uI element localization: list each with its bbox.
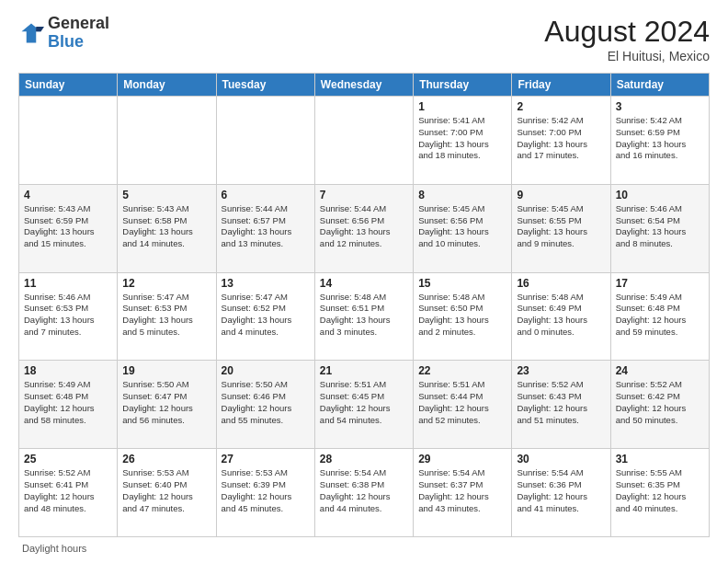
title-block: August 2024 El Huitusi, Mexico — [544, 15, 710, 63]
calendar-cell: 17Sunrise: 5:49 AM Sunset: 6:48 PM Dayli… — [610, 272, 709, 361]
calendar-week-row: 18Sunrise: 5:49 AM Sunset: 6:48 PM Dayli… — [19, 361, 710, 449]
day-number: 18 — [24, 364, 112, 377]
day-of-week-header: Friday — [512, 74, 610, 97]
calendar-week-row: 1Sunrise: 5:41 AM Sunset: 7:00 PM Daylig… — [19, 97, 710, 185]
day-info: Sunrise: 5:51 AM Sunset: 6:44 PM Dayligh… — [418, 379, 506, 426]
calendar-cell: 15Sunrise: 5:48 AM Sunset: 6:50 PM Dayli… — [414, 272, 512, 361]
calendar-cell: 12Sunrise: 5:47 AM Sunset: 6:53 PM Dayli… — [118, 272, 216, 361]
svg-marker-1 — [36, 27, 44, 31]
day-info: Sunrise: 5:45 AM Sunset: 6:55 PM Dayligh… — [517, 203, 605, 250]
day-info: Sunrise: 5:52 AM Sunset: 6:42 PM Dayligh… — [616, 379, 704, 426]
page: General Blue August 2024 El Huitusi, Mex… — [0, 0, 728, 563]
day-number: 30 — [517, 453, 605, 465]
calendar-cell: 27Sunrise: 5:53 AM Sunset: 6:39 PM Dayli… — [216, 449, 314, 537]
day-number: 20 — [222, 364, 310, 377]
calendar-cell: 11Sunrise: 5:46 AM Sunset: 6:53 PM Dayli… — [19, 272, 118, 361]
day-number: 4 — [24, 189, 112, 201]
day-info: Sunrise: 5:41 AM Sunset: 7:00 PM Dayligh… — [418, 115, 506, 162]
day-number: 14 — [320, 277, 408, 290]
day-number: 25 — [24, 453, 112, 465]
logo: General Blue — [18, 15, 109, 52]
calendar-cell: 31Sunrise: 5:55 AM Sunset: 6:35 PM Dayli… — [610, 449, 709, 537]
calendar-cell: 9Sunrise: 5:45 AM Sunset: 6:55 PM Daylig… — [512, 184, 610, 272]
day-info: Sunrise: 5:43 AM Sunset: 6:58 PM Dayligh… — [122, 203, 210, 250]
day-number: 6 — [222, 189, 310, 201]
day-info: Sunrise: 5:53 AM Sunset: 6:40 PM Dayligh… — [122, 467, 210, 514]
calendar-week-row: 25Sunrise: 5:52 AM Sunset: 6:41 PM Dayli… — [19, 449, 710, 537]
calendar-cell: 13Sunrise: 5:47 AM Sunset: 6:52 PM Dayli… — [216, 272, 314, 361]
day-info: Sunrise: 5:48 AM Sunset: 6:51 PM Dayligh… — [320, 292, 408, 339]
day-number: 12 — [122, 277, 210, 290]
calendar-cell: 4Sunrise: 5:43 AM Sunset: 6:59 PM Daylig… — [19, 184, 118, 272]
logo-icon — [18, 20, 44, 46]
day-info: Sunrise: 5:49 AM Sunset: 6:48 PM Dayligh… — [24, 379, 112, 426]
day-number: 3 — [616, 100, 704, 113]
location: El Huitusi, Mexico — [544, 49, 710, 63]
day-info: Sunrise: 5:44 AM Sunset: 6:57 PM Dayligh… — [222, 203, 310, 250]
calendar-cell: 5Sunrise: 5:43 AM Sunset: 6:58 PM Daylig… — [118, 184, 216, 272]
calendar-cell: 28Sunrise: 5:54 AM Sunset: 6:38 PM Dayli… — [314, 449, 413, 537]
day-info: Sunrise: 5:46 AM Sunset: 6:54 PM Dayligh… — [616, 203, 704, 250]
calendar-week-row: 4Sunrise: 5:43 AM Sunset: 6:59 PM Daylig… — [19, 184, 710, 272]
day-number: 23 — [517, 364, 605, 377]
calendar-cell — [314, 97, 413, 185]
day-number: 26 — [122, 453, 210, 465]
day-info: Sunrise: 5:43 AM Sunset: 6:59 PM Dayligh… — [24, 203, 112, 250]
calendar-cell: 3Sunrise: 5:42 AM Sunset: 6:59 PM Daylig… — [610, 97, 709, 185]
day-info: Sunrise: 5:42 AM Sunset: 7:00 PM Dayligh… — [517, 115, 605, 162]
day-info: Sunrise: 5:47 AM Sunset: 6:52 PM Dayligh… — [222, 292, 310, 339]
calendar-cell: 6Sunrise: 5:44 AM Sunset: 6:57 PM Daylig… — [216, 184, 314, 272]
logo-line1: General — [48, 15, 109, 33]
day-info: Sunrise: 5:46 AM Sunset: 6:53 PM Dayligh… — [24, 292, 112, 339]
day-info: Sunrise: 5:55 AM Sunset: 6:35 PM Dayligh… — [616, 467, 704, 514]
day-info: Sunrise: 5:50 AM Sunset: 6:46 PM Dayligh… — [222, 379, 310, 426]
day-number: 11 — [24, 277, 112, 290]
day-number: 31 — [616, 453, 704, 465]
day-number: 2 — [517, 100, 605, 113]
day-info: Sunrise: 5:42 AM Sunset: 6:59 PM Dayligh… — [616, 115, 704, 162]
day-number: 7 — [320, 189, 408, 201]
calendar-cell: 10Sunrise: 5:46 AM Sunset: 6:54 PM Dayli… — [610, 184, 709, 272]
calendar-cell — [118, 97, 216, 185]
day-of-week-header: Sunday — [19, 74, 118, 97]
header: General Blue August 2024 El Huitusi, Mex… — [18, 15, 710, 63]
calendar-cell: 26Sunrise: 5:53 AM Sunset: 6:40 PM Dayli… — [118, 449, 216, 537]
day-info: Sunrise: 5:52 AM Sunset: 6:41 PM Dayligh… — [24, 467, 112, 514]
svg-marker-0 — [22, 23, 41, 42]
calendar-cell: 2Sunrise: 5:42 AM Sunset: 7:00 PM Daylig… — [512, 97, 610, 185]
day-info: Sunrise: 5:45 AM Sunset: 6:56 PM Dayligh… — [418, 203, 506, 250]
calendar-week-row: 11Sunrise: 5:46 AM Sunset: 6:53 PM Dayli… — [19, 272, 710, 361]
day-info: Sunrise: 5:54 AM Sunset: 6:37 PM Dayligh… — [418, 467, 506, 514]
day-number: 16 — [517, 277, 605, 290]
calendar-cell: 19Sunrise: 5:50 AM Sunset: 6:47 PM Dayli… — [118, 361, 216, 449]
calendar-cell: 14Sunrise: 5:48 AM Sunset: 6:51 PM Dayli… — [314, 272, 413, 361]
day-number: 8 — [418, 189, 506, 201]
calendar-cell: 25Sunrise: 5:52 AM Sunset: 6:41 PM Dayli… — [19, 449, 118, 537]
calendar-cell: 16Sunrise: 5:48 AM Sunset: 6:49 PM Dayli… — [512, 272, 610, 361]
day-info: Sunrise: 5:49 AM Sunset: 6:48 PM Dayligh… — [616, 292, 704, 339]
calendar-cell — [216, 97, 314, 185]
day-info: Sunrise: 5:51 AM Sunset: 6:45 PM Dayligh… — [320, 379, 408, 426]
day-info: Sunrise: 5:54 AM Sunset: 6:38 PM Dayligh… — [320, 467, 408, 514]
footer: Daylight hours — [18, 543, 710, 554]
calendar-table: SundayMondayTuesdayWednesdayThursdayFrid… — [18, 73, 710, 537]
calendar-header-row: SundayMondayTuesdayWednesdayThursdayFrid… — [19, 74, 710, 97]
calendar-cell: 24Sunrise: 5:52 AM Sunset: 6:42 PM Dayli… — [610, 361, 709, 449]
day-number: 22 — [418, 364, 506, 377]
calendar-cell: 23Sunrise: 5:52 AM Sunset: 6:43 PM Dayli… — [512, 361, 610, 449]
calendar-cell: 21Sunrise: 5:51 AM Sunset: 6:45 PM Dayli… — [314, 361, 413, 449]
calendar-cell: 29Sunrise: 5:54 AM Sunset: 6:37 PM Dayli… — [414, 449, 512, 537]
day-number: 28 — [320, 453, 408, 465]
month-year: August 2024 — [544, 15, 710, 49]
day-info: Sunrise: 5:53 AM Sunset: 6:39 PM Dayligh… — [222, 467, 310, 514]
calendar-cell: 18Sunrise: 5:49 AM Sunset: 6:48 PM Dayli… — [19, 361, 118, 449]
calendar-cell: 22Sunrise: 5:51 AM Sunset: 6:44 PM Dayli… — [414, 361, 512, 449]
day-number: 10 — [616, 189, 704, 201]
day-of-week-header: Wednesday — [314, 74, 413, 97]
day-of-week-header: Saturday — [610, 74, 709, 97]
day-of-week-header: Thursday — [414, 74, 512, 97]
day-number: 9 — [517, 189, 605, 201]
day-number: 1 — [418, 100, 506, 113]
day-number: 29 — [418, 453, 506, 465]
calendar-cell: 30Sunrise: 5:54 AM Sunset: 6:36 PM Dayli… — [512, 449, 610, 537]
